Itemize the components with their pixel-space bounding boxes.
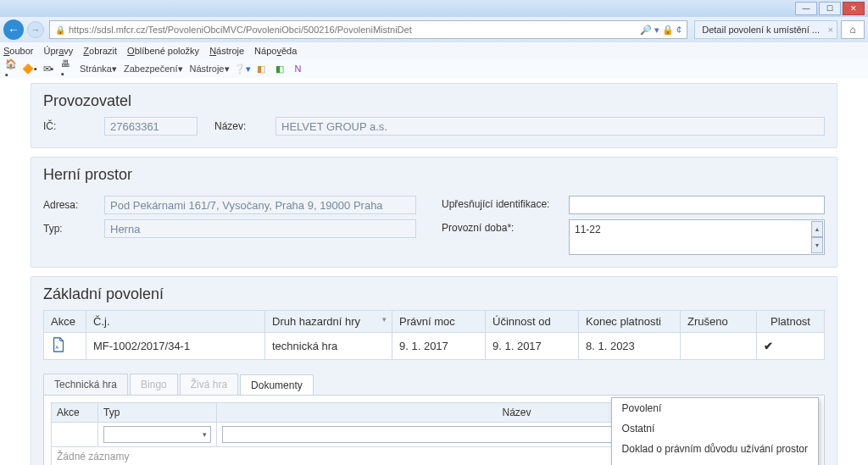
zakladni-heading: Základní povolení — [43, 285, 825, 303]
menu-file[interactable]: SSouboroubor — [3, 46, 33, 56]
col-platnost[interactable]: Platnost — [757, 311, 825, 333]
cell-druh: technická hra — [265, 333, 392, 360]
addon-icon-3[interactable]: N — [292, 63, 304, 75]
col-konec[interactable]: Konec platnosti — [579, 311, 681, 333]
toolbar-tools[interactable]: Nástroje▾ — [190, 64, 230, 75]
search-icon[interactable]: 🔎 ▾ 🔒 ¢ — [640, 25, 682, 36]
adresa-field: Pod Pekárnami 161/7, Vysočany, Praha 9, … — [104, 196, 416, 214]
menu-fav[interactable]: Oblíbené položky — [127, 46, 199, 56]
typ-field: Herna — [104, 219, 416, 238]
menu-tools[interactable]: Nástroje — [209, 46, 244, 56]
dropdown-item-doklad[interactable]: Doklad o právním důvodu užívání prostor — [612, 439, 818, 459]
addon-icon-1[interactable]: ◧ — [255, 63, 267, 75]
cell-platnost-check: ✔ — [757, 333, 825, 360]
nav-back-button[interactable]: ← — [3, 19, 24, 40]
cell-ucinnost: 9. 1. 2017 — [486, 333, 579, 360]
svg-text:A: A — [55, 345, 58, 350]
mail-icon[interactable]: ✉▪ — [42, 63, 54, 75]
cell-cj: MF-1002/2017/34-1 — [86, 333, 265, 360]
window-max-button[interactable]: ☐ — [819, 2, 841, 15]
typ-filter-combo[interactable]: ▾ — [103, 426, 211, 443]
toolbar-security[interactable]: Zabezpečení▾ — [124, 64, 183, 75]
browser-tab[interactable]: Detail povolení k umístění ... × — [694, 20, 837, 39]
pdf-icon[interactable]: A — [51, 337, 66, 352]
typ-label: Typ: — [43, 223, 104, 235]
tab-dokumenty[interactable]: Dokumenty — [240, 374, 314, 396]
table-row[interactable]: A MF-1002/2017/34-1 technická hra 9. 1. … — [44, 333, 825, 360]
browser-home-button[interactable]: ⌂ — [841, 20, 865, 39]
herni-heading: Herní prostor — [43, 166, 825, 184]
ic-field: 27663361 — [104, 117, 198, 136]
col-moc[interactable]: Právní moc — [392, 311, 486, 333]
adresa-label: Adresa: — [43, 199, 104, 211]
url-text: https://sdsl.mfcr.cz/Test/PovoleniObciMV… — [69, 25, 412, 35]
browser-nav-bar: ← → 🔒 https://sdsl.mfcr.cz/Test/Povoleni… — [0, 17, 868, 42]
zakladni-table: Akce Č.j. Druh hazardní hry▾ Právní moc … — [43, 310, 825, 360]
panel-herni-prostor: Herní prostor Adresa: Pod Pekárnami 161/… — [31, 157, 837, 268]
dropdown-item-schema[interactable]: Schéma kamerového systému — [612, 459, 818, 465]
nazev-label: Název: — [214, 120, 275, 132]
doba-input[interactable]: 11-22 ▲▼ — [569, 219, 825, 255]
addon-icon-2[interactable]: ◧ — [274, 63, 286, 75]
tab-strip: Technická hra Bingo Živá hra Dokumenty — [43, 374, 825, 395]
home-icon[interactable]: 🏠▪ — [5, 63, 17, 75]
col-cj[interactable]: Č.j. — [86, 311, 265, 333]
browser-menu-bar: SSouboroubor Úpravy Zobrazit Oblíbené po… — [0, 42, 868, 59]
ic-label: IČ: — [43, 120, 104, 132]
doba-label: Provozní doba*: — [442, 219, 569, 234]
window-min-button[interactable]: — — [795, 2, 817, 15]
ident-input[interactable] — [569, 196, 825, 214]
tab-bingo[interactable]: Bingo — [130, 374, 178, 395]
ident-label: Upřesňující identifikace: — [442, 196, 569, 210]
menu-help[interactable]: Nápověda — [254, 46, 297, 56]
chevron-down-icon: ▾ — [203, 430, 207, 439]
menu-edit[interactable]: Úpravy — [43, 46, 73, 56]
col-ucinnost[interactable]: Účinnost od — [486, 311, 579, 333]
help-icon[interactable]: ❔▾ — [236, 63, 248, 75]
feed-icon[interactable]: 🔶▪ — [24, 63, 36, 75]
provozovatel-heading: Provozovatel — [43, 92, 825, 110]
dropdown-item-ostatni[interactable]: Ostatní — [612, 418, 818, 439]
col-druh[interactable]: Druh hazardní hry▾ — [265, 311, 392, 333]
print-icon[interactable]: 🖶▪ — [61, 63, 73, 75]
col-akce[interactable]: Akce — [44, 311, 86, 333]
tab-ziva-hra[interactable]: Živá hra — [180, 374, 238, 395]
window-close-button[interactable]: ✕ — [843, 2, 865, 15]
tab-body-dokumenty: Akce Typ Název ▾ Žádné záznamy Povolení … — [43, 395, 825, 465]
cell-moc: 9. 1. 2017 — [392, 333, 486, 360]
cell-konec: 8. 1. 2023 — [579, 333, 681, 360]
toolbar-page[interactable]: Stránka▾ — [80, 64, 117, 75]
panel-provozovatel: Provozovatel IČ: 27663361 Název: HELVET … — [31, 83, 837, 148]
tab-title: Detail povolení k umístění ... — [702, 25, 820, 35]
nazev-field: HELVET GROUP a.s. — [275, 117, 825, 136]
menu-view[interactable]: Zobrazit — [83, 46, 117, 56]
tab-close-icon[interactable]: × — [828, 25, 833, 35]
panel-zakladni-povoleni: Základní povolení Akce Č.j. Druh hazardn… — [31, 276, 837, 465]
typ-dropdown: Povolení Ostatní Doklad o právním důvodu… — [611, 397, 819, 465]
sort-icon: ▾ — [382, 315, 387, 324]
address-bar[interactable]: 🔒 https://sdsl.mfcr.cz/Test/PovoleniObci… — [49, 20, 687, 39]
sub-col-typ[interactable]: Typ — [98, 403, 217, 423]
doba-spinner[interactable]: ▲▼ — [811, 221, 823, 253]
lock-icon: 🔒 — [55, 25, 65, 35]
nav-forward-button[interactable]: → — [27, 21, 44, 38]
sub-col-akce[interactable]: Akce — [52, 403, 98, 423]
window-titlebar: — ☐ ✕ — [0, 0, 868, 17]
col-zruseno[interactable]: Zrušeno — [681, 311, 757, 333]
tab-technicka-hra[interactable]: Technická hra — [43, 374, 128, 395]
dropdown-item-povoleni[interactable]: Povolení — [612, 398, 818, 418]
browser-toolbar: 🏠▪ 🔶▪ ✉▪ 🖶▪ Stránka▾ Zabezpečení▾ Nástro… — [0, 59, 868, 78]
cell-zruseno — [681, 333, 757, 360]
